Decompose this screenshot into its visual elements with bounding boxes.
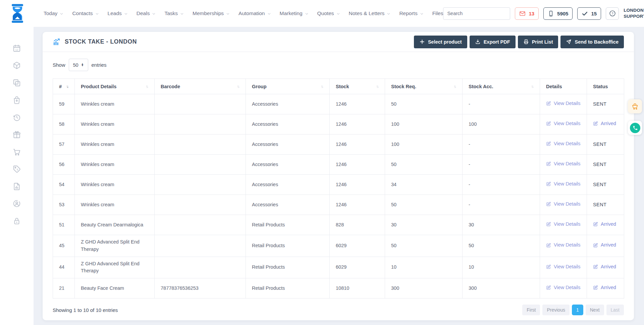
nav-item-automation[interactable]: Automation xyxy=(238,10,271,16)
column-header-stock-req[interactable]: Stock Req.↑↓ xyxy=(385,79,463,94)
button-label: Select product xyxy=(428,39,462,45)
cell-stock-req: 10 xyxy=(385,257,463,278)
edit-icon xyxy=(593,264,598,269)
cell-status: Arrived xyxy=(587,215,624,235)
view-details-link[interactable]: View Details xyxy=(546,284,581,291)
view-details-link[interactable]: View Details xyxy=(546,180,581,188)
nav-item-deals[interactable]: Deals xyxy=(137,10,156,16)
nav-item-label: Reports xyxy=(399,10,417,16)
column-label: Stock xyxy=(336,84,349,89)
pagination-previous[interactable]: Previous xyxy=(542,305,569,315)
view-details-link[interactable]: View Details xyxy=(546,201,581,208)
view-details-link[interactable]: View Details xyxy=(546,241,581,249)
status-label: SENT xyxy=(593,162,606,167)
chevron-down-icon xyxy=(60,12,63,16)
sidebar-item-package[interactable] xyxy=(9,61,24,70)
arrived-link[interactable]: Arrived xyxy=(593,120,616,127)
topbar: TodayContactsLeadsDealsTasksMembershipsA… xyxy=(0,0,644,27)
pagination-next[interactable]: Next xyxy=(586,305,604,315)
send-to-backoffice-button[interactable]: Send to Backoffice xyxy=(560,36,624,48)
button-label: Print List xyxy=(532,39,553,45)
select-product-button[interactable]: Select product xyxy=(414,36,467,48)
sort-arrows-icon: ↑↓ xyxy=(531,85,534,89)
cell-barcode: 78778376536253 xyxy=(155,278,246,299)
arrived-link[interactable]: Arrived xyxy=(593,284,616,291)
cell-stock: 1246 xyxy=(330,175,385,195)
pagination-first[interactable]: First xyxy=(522,305,540,315)
arrived-link[interactable]: Arrived xyxy=(593,241,616,249)
view-details-link[interactable]: View Details xyxy=(546,221,581,228)
printer-icon xyxy=(523,39,529,45)
column-header-product-details[interactable]: Product Details↑↓ xyxy=(75,79,155,94)
nav-item-tasks[interactable]: Tasks xyxy=(164,10,184,16)
print-list-button[interactable]: Print List xyxy=(518,36,558,48)
cell-group: Accessories xyxy=(246,195,330,215)
cell-stock-acc: 10 xyxy=(463,257,540,278)
column-header-group[interactable]: Group↑↓ xyxy=(246,79,330,94)
chevron-down-icon xyxy=(152,12,156,16)
help-button[interactable]: ? xyxy=(606,7,619,20)
sort-arrows-icon: ↑↓ xyxy=(376,85,379,89)
badge-mail[interactable]: 13 xyxy=(515,7,539,20)
search-input[interactable] xyxy=(447,11,510,16)
column-header-barcode[interactable]: Barcode↑↓ xyxy=(155,79,246,94)
view-details-link[interactable]: View Details xyxy=(546,263,581,271)
status-label: SENT xyxy=(593,142,606,147)
sidebar-item-calendar[interactable]: 12 xyxy=(9,44,24,53)
nav-item-marketing[interactable]: Marketing xyxy=(280,10,309,16)
nav-item-leads[interactable]: Leads xyxy=(108,10,128,16)
sidebar-item-gift[interactable] xyxy=(9,130,24,139)
arrived-link[interactable]: Arrived xyxy=(593,221,616,228)
nav-item-today[interactable]: Today xyxy=(44,10,63,16)
badge-tasks[interactable]: 15 xyxy=(577,7,601,20)
sidebar-item-history[interactable] xyxy=(9,113,24,122)
cell-barcode xyxy=(155,195,246,215)
edit-icon xyxy=(593,243,598,248)
view-details-link[interactable]: View Details xyxy=(546,120,581,127)
export-pdf-button[interactable]: Export PDF xyxy=(470,36,516,48)
nav-item-label: Contacts xyxy=(72,10,93,16)
nav-item-contacts[interactable]: Contacts xyxy=(72,10,99,16)
arrived-link[interactable]: Arrived xyxy=(593,263,616,271)
nav-item-notes-letters[interactable]: Notes & Letters xyxy=(349,10,391,16)
view-details-link[interactable]: View Details xyxy=(546,140,581,148)
badge-calls[interactable]: 5905 xyxy=(543,7,573,20)
nav-item-files[interactable]: Files xyxy=(432,10,443,16)
cell-product: Wrinkles cream xyxy=(75,195,155,215)
shopping-bag-icon xyxy=(12,96,21,104)
account-name: LONDON SUPPORT xyxy=(624,7,644,19)
sidebar-item-shopping-bag[interactable] xyxy=(9,96,24,105)
floating-pos-cart-button[interactable] xyxy=(628,99,642,113)
column-header-stock[interactable]: Stock↑↓ xyxy=(330,79,385,94)
view-details-link[interactable]: View Details xyxy=(546,160,581,168)
nav-item-label: Notes & Letters xyxy=(349,10,385,16)
table-row: 53Wrinkles creamAccessories124650-View D… xyxy=(53,195,624,215)
cell-id: 57 xyxy=(53,134,75,155)
badge-calls-count: 5905 xyxy=(557,11,568,16)
sidebar-item-cart[interactable] xyxy=(9,147,24,156)
cell-stock-acc: - xyxy=(463,175,540,195)
column-header-stock-acc[interactable]: Stock Acc.↑↓ xyxy=(463,79,540,94)
nav-item-reports[interactable]: Reports xyxy=(399,10,423,16)
cell-id: 58 xyxy=(53,114,75,134)
floating-whatsapp-button[interactable] xyxy=(628,121,642,135)
sidebar-item-lock[interactable] xyxy=(9,216,24,225)
sidebar-item-copy[interactable] xyxy=(9,78,24,87)
view-details-link[interactable]: View Details xyxy=(546,100,581,107)
nav-item-memberships[interactable]: Memberships xyxy=(193,10,230,16)
pagination-1[interactable]: 1 xyxy=(572,305,583,315)
nav-item-label: Automation xyxy=(238,10,265,16)
pagination-last[interactable]: Last xyxy=(606,305,624,315)
app-logo-hourglass-icon[interactable] xyxy=(10,4,25,23)
sidebar-item-price-tag[interactable]: $ xyxy=(9,165,24,174)
table-row: 21Beauty Face Cream78778376536253Retail … xyxy=(53,278,624,299)
sidebar-item-report[interactable] xyxy=(9,182,24,191)
column-label: Status xyxy=(593,84,608,89)
entries-select[interactable]: 50 ▲▼ xyxy=(69,59,88,71)
cell-stock-acc: - xyxy=(463,155,540,175)
sidebar-item-user-circle[interactable] xyxy=(9,199,24,208)
column-header-[interactable]: #↑↓ xyxy=(53,79,75,94)
sort-arrows-icon: ↑↓ xyxy=(321,85,324,89)
nav-item-quotes[interactable]: Quotes xyxy=(317,10,340,16)
cell-stock-acc: - xyxy=(463,134,540,155)
